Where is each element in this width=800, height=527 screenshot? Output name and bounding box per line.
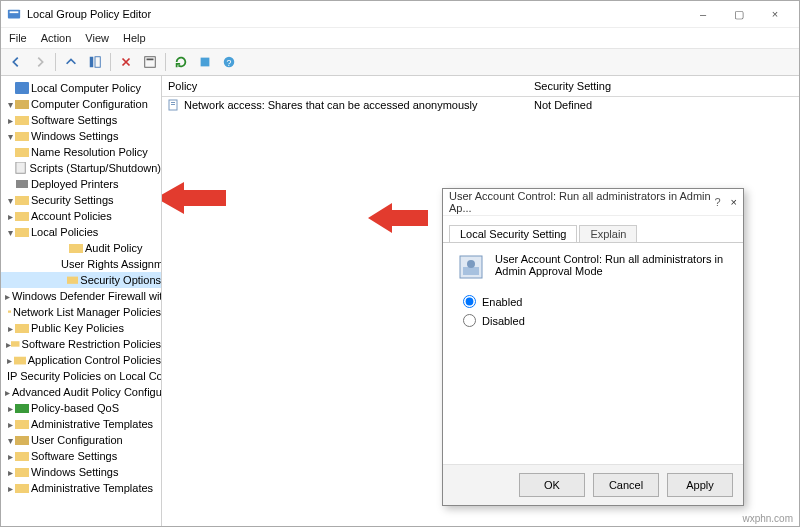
tree-scripts[interactable]: Scripts (Startup/Shutdown) xyxy=(1,160,161,176)
dialog-body: User Account Control: Run all administra… xyxy=(443,243,743,464)
svg-rect-11 xyxy=(15,116,29,125)
tree-wdfw[interactable]: ▸Windows Defender Firewall with xyxy=(1,288,161,304)
tree-root[interactable]: Local Computer Policy xyxy=(1,80,161,96)
minimize-button[interactable]: – xyxy=(685,3,721,25)
svg-rect-34 xyxy=(15,484,29,493)
radio-enabled[interactable]: Enabled xyxy=(463,295,729,308)
tab-explain[interactable]: Explain xyxy=(579,225,637,242)
svg-point-40 xyxy=(467,260,475,268)
tree-account-policies[interactable]: ▸Account Policies xyxy=(1,208,161,224)
apply-button[interactable]: Apply xyxy=(667,473,733,497)
tree-u-windows[interactable]: ▸Windows Settings xyxy=(1,464,161,480)
ok-button[interactable]: OK xyxy=(519,473,585,497)
svg-rect-14 xyxy=(16,162,25,173)
tree-computer-config[interactable]: ▾Computer Configuration xyxy=(1,96,161,112)
svg-rect-32 xyxy=(15,452,29,461)
body: Local Computer Policy ▾Computer Configur… xyxy=(1,76,799,526)
tree-aap[interactable]: ▸Advanced Audit Policy Configu xyxy=(1,384,161,400)
forward-button[interactable] xyxy=(29,51,51,73)
svg-marker-41 xyxy=(162,182,226,214)
nav-tree[interactable]: Local Computer Policy ▾Computer Configur… xyxy=(1,76,162,526)
policy-list[interactable]: Policy Security Setting Network access: … xyxy=(162,76,799,526)
watermark: wxphn.com xyxy=(742,513,793,524)
radio-enabled-input[interactable] xyxy=(463,295,476,308)
annotation-arrow-1 xyxy=(162,176,226,220)
toolbar: ? xyxy=(1,49,799,76)
svg-rect-23 xyxy=(8,311,12,313)
tree-software-settings[interactable]: ▸Software Settings xyxy=(1,112,161,128)
tree-windows-settings[interactable]: ▾Windows Settings xyxy=(1,128,161,144)
tree-user-config[interactable]: ▾User Configuration xyxy=(1,432,161,448)
svg-rect-0 xyxy=(8,10,20,19)
tree-pqos[interactable]: ▸Policy-based QoS xyxy=(1,400,161,416)
svg-rect-12 xyxy=(15,132,29,141)
tree-security-settings[interactable]: ▾Security Settings xyxy=(1,192,161,208)
tree-security-options[interactable]: Security Options xyxy=(1,272,161,288)
svg-rect-10 xyxy=(15,100,29,109)
export-button[interactable] xyxy=(194,51,216,73)
tree-admin-templates[interactable]: ▸Administrative Templates xyxy=(1,416,161,432)
tree-acp[interactable]: ▸Application Control Policies xyxy=(1,352,161,368)
help-button[interactable]: ? xyxy=(218,51,240,73)
menubar: File Action View Help xyxy=(1,28,799,49)
radio-disabled-input[interactable] xyxy=(463,314,476,327)
toolbar-separator xyxy=(55,53,56,71)
back-button[interactable] xyxy=(5,51,27,73)
svg-rect-26 xyxy=(14,357,26,365)
gpedit-window: Local Group Policy Editor – ▢ × File Act… xyxy=(0,0,800,527)
menu-action[interactable]: Action xyxy=(41,32,72,44)
svg-rect-13 xyxy=(15,148,29,157)
col-policy[interactable]: Policy xyxy=(162,80,528,92)
tree-u-software[interactable]: ▸Software Settings xyxy=(1,448,161,464)
tree-u-admin[interactable]: ▸Administrative Templates xyxy=(1,480,161,496)
maximize-button[interactable]: ▢ xyxy=(721,3,757,25)
properties-button[interactable] xyxy=(139,51,161,73)
svg-rect-18 xyxy=(15,228,29,237)
dialog-close-button[interactable]: × xyxy=(731,196,737,208)
svg-rect-15 xyxy=(16,180,28,188)
tree-user-rights[interactable]: User Rights Assignment xyxy=(1,256,161,272)
dialog-buttons: OK Cancel Apply xyxy=(443,464,743,505)
svg-rect-39 xyxy=(463,267,479,275)
tab-local-security-setting[interactable]: Local Security Setting xyxy=(449,225,577,242)
svg-rect-24 xyxy=(15,324,29,333)
toolbar-separator xyxy=(110,53,111,71)
tree-deployed-printers[interactable]: Deployed Printers xyxy=(1,176,161,192)
toolbar-separator xyxy=(165,53,166,71)
tree-srp[interactable]: ▸Software Restriction Policies xyxy=(1,336,161,352)
refresh-button[interactable] xyxy=(170,51,192,73)
tree-public-key[interactable]: ▸Public Key Policies xyxy=(1,320,161,336)
svg-rect-1 xyxy=(10,11,19,13)
svg-rect-9 xyxy=(15,82,29,94)
properties-dialog: User Account Control: Run all administra… xyxy=(442,188,744,506)
svg-rect-3 xyxy=(95,57,100,68)
svg-rect-16 xyxy=(15,196,29,205)
svg-rect-17 xyxy=(15,212,29,221)
svg-rect-19 xyxy=(69,244,83,253)
svg-marker-42 xyxy=(368,203,428,233)
policy-name: Network access: Shares that can be acces… xyxy=(184,99,477,111)
cancel-button[interactable]: Cancel xyxy=(593,473,659,497)
annotation-arrow-2 xyxy=(368,198,428,238)
delete-button[interactable] xyxy=(115,51,137,73)
up-button[interactable] xyxy=(60,51,82,73)
tree-ipsec[interactable]: IP Security Policies on Local Co xyxy=(1,368,161,384)
show-hide-tree-button[interactable] xyxy=(84,51,106,73)
col-setting[interactable]: Security Setting xyxy=(528,80,799,92)
dialog-help-button[interactable]: ? xyxy=(714,196,720,208)
dialog-titlebar: User Account Control: Run all administra… xyxy=(443,189,743,216)
svg-rect-2 xyxy=(90,57,94,68)
menu-view[interactable]: View xyxy=(85,32,109,44)
svg-rect-21 xyxy=(67,277,78,284)
menu-file[interactable]: File xyxy=(9,32,27,44)
tree-audit-policy[interactable]: Audit Policy xyxy=(1,240,161,256)
tree-local-policies[interactable]: ▾Local Policies xyxy=(1,224,161,240)
svg-rect-36 xyxy=(171,102,175,103)
svg-rect-33 xyxy=(15,468,29,477)
close-button[interactable]: × xyxy=(757,3,793,25)
tree-nlm[interactable]: Network List Manager Policies xyxy=(1,304,161,320)
tree-name-resolution[interactable]: Name Resolution Policy xyxy=(1,144,161,160)
menu-help[interactable]: Help xyxy=(123,32,146,44)
radio-disabled[interactable]: Disabled xyxy=(463,314,729,327)
policy-row[interactable]: Network access: Shares that can be acces… xyxy=(162,97,799,112)
